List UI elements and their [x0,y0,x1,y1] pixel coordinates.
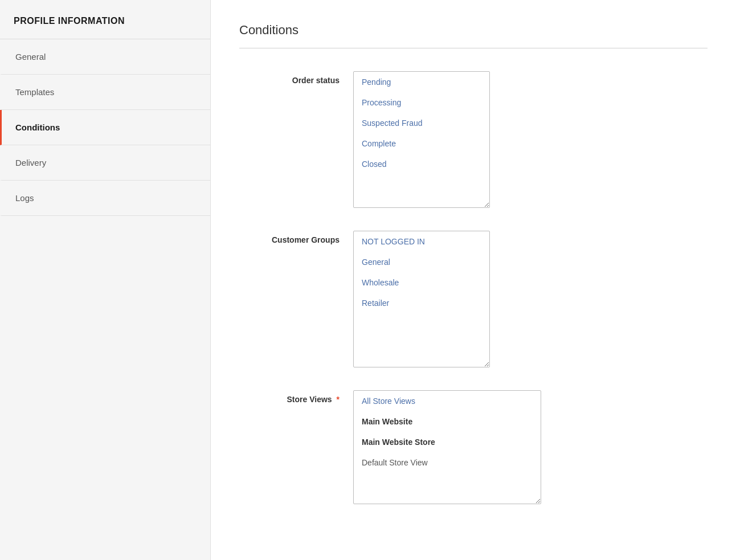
sidebar-header: PROFILE INFORMATION [0,0,210,39]
list-item[interactable]: General [354,252,489,272]
list-item[interactable]: Main Website [354,411,541,432]
order-status-control: Pending Processing Suspected Fraud Compl… [353,71,708,208]
list-item[interactable]: Processing [354,92,489,113]
sidebar-item-logs-label: Logs [15,193,34,203]
sidebar: PROFILE INFORMATION General Templates Co… [0,0,211,560]
sidebar-item-logs[interactable]: Logs [0,181,210,216]
list-item[interactable]: Default Store View [354,452,541,473]
sidebar-title: PROFILE INFORMATION [14,16,125,26]
sidebar-item-templates[interactable]: Templates [0,75,210,110]
store-views-control: All Store ViewsMain Website Main Website… [353,390,708,504]
store-views-label: Store Views * [239,390,353,404]
list-item[interactable]: Suspected Fraud [354,113,489,133]
list-item[interactable]: Complete [354,133,489,154]
sidebar-item-delivery[interactable]: Delivery [0,145,210,181]
required-indicator: * [337,395,340,404]
title-divider [239,48,708,48]
list-item[interactable]: NOT LOGGED IN [354,231,489,252]
sidebar-item-conditions[interactable]: Conditions [0,110,210,145]
list-item[interactable]: Wholesale [354,272,489,293]
sidebar-item-general-label: General [15,52,46,62]
store-views-row: Store Views * All Store ViewsMain Websit… [239,390,708,504]
list-item[interactable]: Closed [354,154,489,174]
order-status-listbox[interactable]: Pending Processing Suspected Fraud Compl… [353,71,490,208]
list-item[interactable]: All Store Views [354,391,541,411]
sidebar-item-templates-label: Templates [15,87,54,97]
list-item[interactable]: Main Website Store [354,432,541,452]
main-content: Conditions Order status Pending Processi… [211,0,736,560]
customer-groups-control: NOT LOGGED IN General Wholesale Retailer [353,231,708,367]
customer-groups-listbox[interactable]: NOT LOGGED IN General Wholesale Retailer [353,231,490,367]
sidebar-item-general[interactable]: General [0,39,210,75]
store-views-listbox[interactable]: All Store ViewsMain Website Main Website… [353,390,541,504]
customer-groups-row: Customer Groups NOT LOGGED IN General Wh… [239,231,708,367]
customer-groups-label: Customer Groups [239,231,353,244]
sidebar-nav: General Templates Conditions Delivery Lo… [0,39,210,216]
order-status-label: Order status [239,71,353,85]
list-item[interactable]: Retailer [354,293,489,313]
order-status-row: Order status Pending Processing Suspecte… [239,71,708,208]
page-title: Conditions [239,23,708,38]
list-item[interactable]: Pending [354,72,489,92]
sidebar-item-conditions-label: Conditions [15,122,60,132]
sidebar-item-delivery-label: Delivery [15,158,46,167]
